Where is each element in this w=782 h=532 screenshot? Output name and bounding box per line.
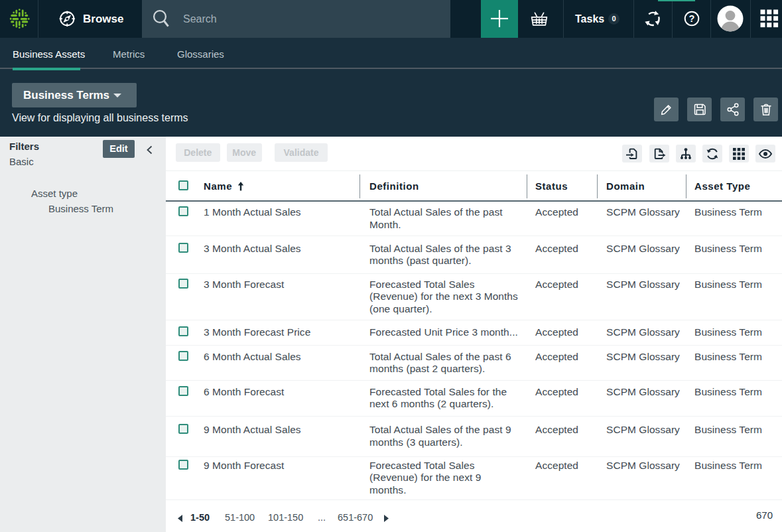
svg-text:?: ? [689, 13, 695, 24]
